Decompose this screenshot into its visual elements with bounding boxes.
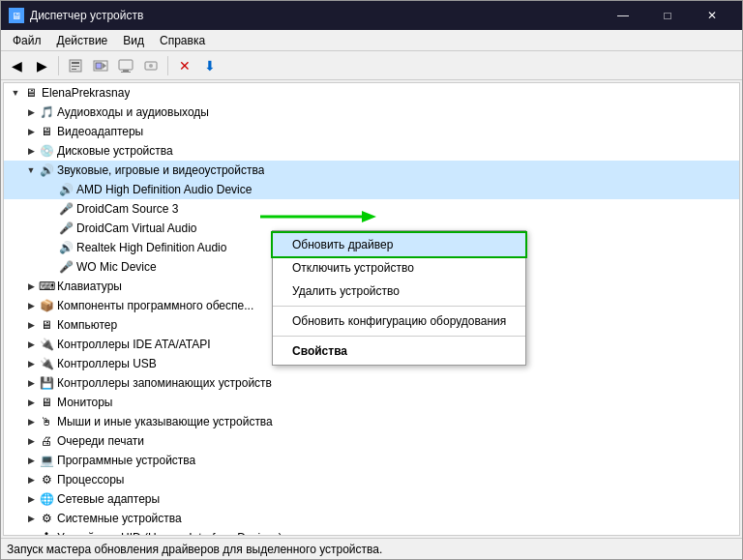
svg-rect-9 (121, 72, 131, 73)
toolbar-separator-1 (58, 56, 59, 75)
audio-io-icon: 🎵 (39, 104, 54, 120)
minimize-button[interactable]: — (601, 1, 645, 30)
properties-button[interactable] (64, 54, 87, 77)
item-label: DroidCam Virtual Audio (76, 221, 197, 235)
storage-controllers-category[interactable]: ▶ 💾 Контроллеры запоминающих устройств (4, 373, 739, 393)
expander[interactable]: ▶ (23, 143, 39, 159)
item-label: Контроллеры USB (57, 357, 157, 370)
svg-rect-2 (72, 66, 79, 67)
expander[interactable]: ▶ (23, 491, 39, 507)
storage-icon: 💾 (39, 375, 54, 391)
item-label: DroidCam Source 3 (76, 202, 178, 216)
maximize-button[interactable]: □ (645, 1, 690, 30)
list-item[interactable]: ▶ 🖥 Видеоадаптеры (4, 122, 739, 141)
main-content: ▼ 🖥 ElenaPrekrasnay ▶ 🎵 Аудиовходы и ауд… (1, 80, 742, 538)
expander[interactable]: ▶ (23, 472, 39, 487)
svg-point-11 (149, 64, 153, 68)
monitors-category[interactable]: ▶ 🖥 Мониторы (4, 393, 739, 412)
item-label: Устройства HID (Human Interface Devices) (57, 531, 282, 536)
window-icon: 🖥 (9, 8, 24, 23)
back-button[interactable]: ◀ (5, 54, 28, 77)
mice-category[interactable]: ▶ 🖱 Мыши и иные указывающие устройства (4, 412, 739, 431)
item-label: Аудиовходы и аудиовыходы (57, 105, 209, 119)
menu-help[interactable]: Справка (152, 32, 213, 49)
amd-audio-device[interactable]: ▶ 🔊 AMD High Definition Audio Device (4, 180, 739, 199)
item-label: Компоненты программного обеспе... (57, 299, 253, 312)
item-label: Мониторы (57, 396, 112, 409)
device-manager-window: 🖥 Диспетчер устройств — □ ✕ Файл Действи… (0, 0, 743, 560)
expander[interactable]: ▼ (23, 162, 39, 178)
expander[interactable]: ▶ (23, 530, 39, 536)
window-controls: — □ ✕ (601, 1, 734, 30)
sw-device-icon: 💻 (39, 453, 54, 468)
root-expander[interactable]: ▼ (8, 85, 23, 101)
ctx-separator-1 (273, 306, 525, 307)
ctx-disable-device[interactable]: Отключить устройство (273, 256, 525, 280)
expander[interactable]: ▶ (23, 375, 39, 391)
menu-file[interactable]: Файл (5, 32, 49, 49)
expander[interactable]: ▶ (23, 414, 39, 429)
window-title: Диспетчер устройств (30, 9, 601, 22)
expander[interactable]: ▶ (23, 395, 39, 410)
ide-icon: 🔌 (39, 337, 54, 352)
audio-devices-category[interactable]: ▼ 🔊 Звуковые, игровые и видеоустройства (4, 161, 739, 180)
item-label: Контроллеры запоминающих устройств (57, 376, 272, 390)
item-label: Компьютер (57, 318, 117, 332)
expander[interactable]: ▶ (23, 124, 39, 139)
svg-rect-3 (72, 69, 76, 70)
item-label: WO Mic Device (76, 260, 157, 274)
disk-icon: 💿 (39, 143, 54, 159)
expander[interactable]: ▶ (23, 317, 39, 333)
network-adapters-category[interactable]: ▶ 🌐 Сетевые адаптеры (4, 489, 739, 509)
processors-category[interactable]: ▶ ⚙ Процессоры (4, 470, 739, 489)
item-label: Процессоры (57, 473, 125, 486)
device-icon: 🔊 (58, 240, 74, 255)
tree-root[interactable]: ▼ 🖥 ElenaPrekrasnay (4, 83, 739, 103)
expander[interactable]: ▶ (23, 433, 39, 449)
sound-icon: 🔊 (39, 162, 54, 178)
title-bar: 🖥 Диспетчер устройств — □ ✕ (1, 1, 742, 30)
monitor-button[interactable] (114, 54, 137, 77)
device-icon: 🎤 (58, 259, 74, 275)
expander[interactable]: ▶ (23, 279, 39, 294)
print-queues-category[interactable]: ▶ 🖨 Очереди печати (4, 431, 739, 451)
ctx-separator-2 (273, 336, 525, 337)
hid-devices-category[interactable]: ▶ 🕹 Устройства HID (Human Interface Devi… (4, 528, 739, 536)
expander[interactable]: ▶ (23, 337, 39, 352)
expander[interactable]: ▶ (23, 356, 39, 371)
ctx-update-driver[interactable]: Обновить драйвер (273, 233, 525, 256)
update-button[interactable]: ⬇ (198, 54, 222, 77)
network-icon: 🌐 (39, 491, 54, 507)
software-devices-category[interactable]: ▶ 💻 Программные устройства (4, 451, 739, 470)
item-label: Клавиатуры (57, 280, 122, 293)
expander[interactable]: ▶ (23, 453, 39, 468)
item-label: Дисковые устройства (57, 144, 173, 158)
menu-action[interactable]: Действие (49, 32, 116, 49)
keyboard-icon: ⌨ (39, 279, 54, 294)
item-label: Программные устройства (57, 454, 195, 467)
list-item[interactable]: ▶ 🎵 Аудиовходы и аудиовыходы (4, 103, 739, 122)
expander[interactable]: ▶ (23, 104, 39, 120)
printer-icon: 🖨 (39, 433, 54, 449)
item-label: AMD High Definition Audio Device (76, 183, 252, 196)
scan-button[interactable] (89, 54, 112, 77)
system-devices-category[interactable]: ▶ ⚙ Системные устройства (4, 509, 739, 528)
forward-button[interactable]: ▶ (30, 54, 53, 77)
item-label: Видеоадаптеры (57, 125, 143, 138)
expander[interactable]: ▶ (23, 298, 39, 313)
hid-icon: 🕹 (39, 530, 54, 536)
menu-view[interactable]: Вид (115, 32, 152, 49)
svg-rect-1 (72, 62, 79, 64)
svg-rect-8 (123, 70, 129, 72)
close-button[interactable]: ✕ (690, 1, 734, 30)
expander[interactable]: ▶ (23, 511, 39, 526)
ctx-update-config[interactable]: Обновить конфигурацию оборудования (273, 309, 525, 333)
system-icon: ⚙ (39, 511, 54, 526)
ctx-properties[interactable]: Свойства (273, 339, 525, 363)
svg-marker-13 (362, 211, 376, 222)
svg-rect-5 (96, 63, 102, 69)
delete-button[interactable]: ✕ (173, 54, 196, 77)
ctx-delete-device[interactable]: Удалить устройство (273, 280, 525, 303)
list-item[interactable]: ▶ 💿 Дисковые устройства (4, 141, 739, 161)
device-button[interactable] (139, 54, 163, 77)
